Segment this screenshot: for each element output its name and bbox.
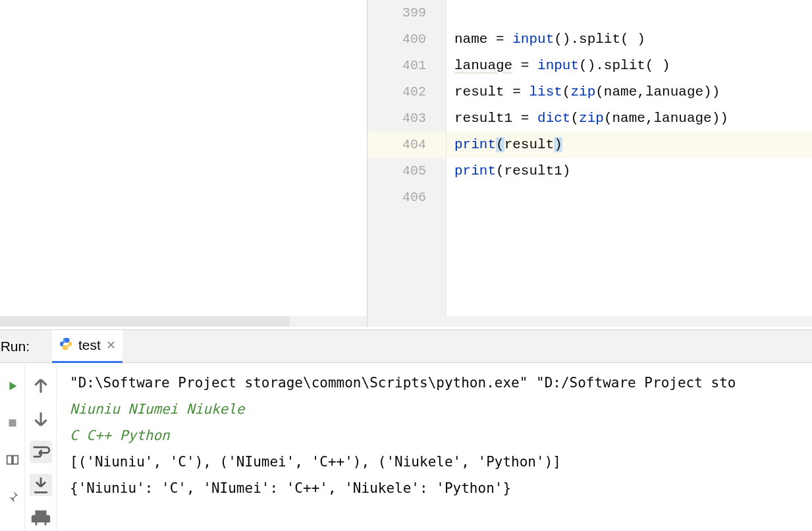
layout-icon[interactable] xyxy=(1,449,24,471)
run-toolbar-left xyxy=(0,363,25,531)
close-icon[interactable]: ✕ xyxy=(106,338,116,352)
code-line[interactable]: lanuage = input().split( ) xyxy=(447,53,812,79)
console-line: [('Niuniu', 'C'), ('NIumei', 'C++'), ('N… xyxy=(70,449,799,475)
python-file-icon xyxy=(59,337,73,354)
code-line[interactable] xyxy=(447,0,812,26)
line-number[interactable]: 406 xyxy=(367,184,446,211)
run-body: "D:\Software Project storage\common\Scri… xyxy=(0,363,812,531)
console-output[interactable]: "D:\Software Project storage\common\Scri… xyxy=(57,363,812,531)
line-number[interactable]: 403 xyxy=(367,105,446,132)
print-icon[interactable] xyxy=(30,507,52,529)
svg-rect-0 xyxy=(9,420,16,427)
editor-split: 399400401402403404405406 name = input().… xyxy=(0,0,812,327)
code-line[interactable]: print(result) xyxy=(447,132,812,158)
code-content[interactable]: name = input().split( )lanuage = input()… xyxy=(447,0,812,316)
console-line: {'Niuniu': 'C', 'NIumei': 'C++', 'Niukel… xyxy=(70,475,799,501)
rerun-icon[interactable] xyxy=(1,375,24,397)
scroll-to-end-icon[interactable] xyxy=(30,474,52,496)
down-arrow-icon[interactable] xyxy=(30,408,52,430)
run-toolbar-secondary xyxy=(25,363,57,531)
line-number[interactable]: 405 xyxy=(367,158,446,184)
soft-wrap-icon[interactable] xyxy=(30,441,52,463)
code-line[interactable]: print(result1) xyxy=(447,158,812,184)
run-title: Run: xyxy=(0,339,30,354)
svg-rect-2 xyxy=(13,456,17,464)
code-line[interactable]: name = input().split( ) xyxy=(447,26,812,53)
stop-icon[interactable] xyxy=(1,412,24,434)
code-line[interactable]: result1 = dict(zip(name,lanuage)) xyxy=(447,105,812,132)
svg-rect-1 xyxy=(7,456,11,464)
left-hscrollbar-thumb[interactable] xyxy=(0,316,290,327)
console-line: C C++ Python xyxy=(70,422,799,449)
code-editor[interactable]: 399400401402403404405406 name = input().… xyxy=(367,0,812,327)
line-number[interactable]: 401 xyxy=(367,53,446,79)
run-header: Run: test ✕ xyxy=(0,330,812,363)
console-line: "D:\Software Project storage\common\Scri… xyxy=(70,370,799,396)
line-number-gutter[interactable]: 399400401402403404405406 xyxy=(367,0,447,316)
line-number[interactable]: 402 xyxy=(367,79,446,105)
left-hscrollbar[interactable] xyxy=(0,316,367,327)
run-tool-window: Run: test ✕ xyxy=(0,329,812,531)
line-number[interactable]: 404 xyxy=(367,132,446,158)
console-line: Niuniu NIumei Niukele xyxy=(70,396,799,422)
run-tab-test[interactable]: test ✕ xyxy=(52,330,122,363)
line-number[interactable]: 400 xyxy=(367,26,446,53)
code-line[interactable] xyxy=(447,184,812,211)
run-tab-label: test xyxy=(78,337,101,353)
left-editor-panel xyxy=(0,0,367,327)
pin-icon[interactable] xyxy=(1,486,24,508)
editor-hscrollbar[interactable] xyxy=(367,316,812,327)
line-number[interactable]: 399 xyxy=(367,0,446,26)
up-arrow-icon[interactable] xyxy=(30,375,52,397)
code-line[interactable]: result = list(zip(name,lanuage)) xyxy=(447,79,812,105)
